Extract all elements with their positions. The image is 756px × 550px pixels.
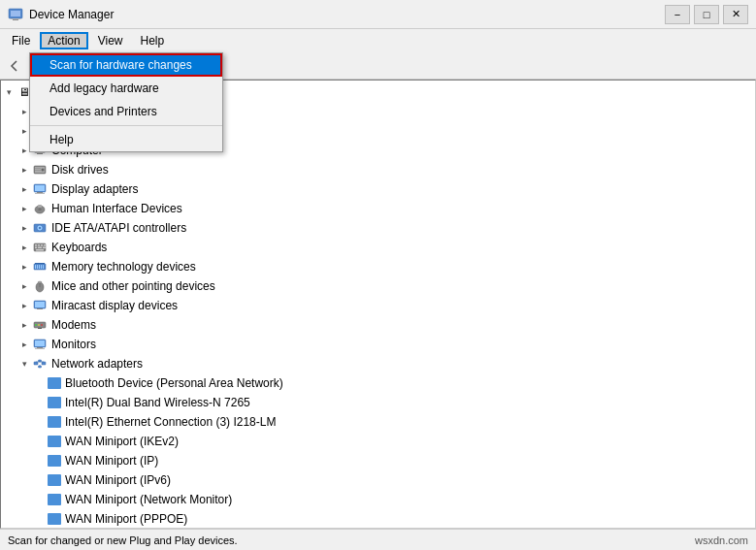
svg-rect-2	[13, 19, 18, 20]
mice-label: Mice and other pointing devices	[51, 279, 215, 293]
menu-help[interactable]: Help	[133, 32, 173, 49]
wan-pppoe-icon	[48, 513, 61, 525]
status-right: wsxdn.com	[695, 534, 748, 546]
window-controls[interactable]: − □ ✕	[665, 5, 748, 24]
close-button[interactable]: ✕	[723, 5, 748, 24]
miracast-arrow[interactable]	[16, 298, 32, 313]
svg-rect-47	[41, 265, 42, 269]
status-text: Scan for changed or new Plug and Play de…	[8, 534, 238, 546]
menu-file[interactable]: File	[4, 32, 38, 49]
svg-rect-60	[38, 328, 42, 329]
intel-wireless-label: Intel(R) Dual Band Wireless-N 7265	[65, 396, 250, 409]
svg-rect-38	[44, 244, 46, 246]
menu-devices-printers[interactable]: Devices and Printers	[30, 100, 222, 123]
svg-rect-26	[35, 193, 45, 194]
wan-ip-icon	[48, 455, 61, 467]
tree-item-disk-drives[interactable]: Disk drives	[1, 160, 755, 179]
wan-network-monitor-label: WAN Miniport (Network Monitor)	[65, 493, 232, 506]
network-icon	[32, 356, 48, 372]
monitors-icon	[32, 337, 48, 352]
title-bar-left: Device Manager	[8, 7, 114, 22]
monitors-label: Monitors	[51, 338, 96, 351]
ide-label: IDE ATA/ATAPI controllers	[51, 221, 186, 235]
tree-item-wan-ipv6[interactable]: WAN Miniport (IPv6)	[1, 470, 755, 490]
svg-rect-40	[38, 247, 42, 249]
svg-rect-64	[35, 348, 45, 349]
tree-item-wan-network-monitor[interactable]: WAN Miniport (Network Monitor)	[1, 490, 755, 509]
memory-icon	[32, 259, 48, 275]
tree-item-wan-pppoe[interactable]: WAN Miniport (PPPOE)	[1, 509, 755, 529]
keyboards-arrow[interactable]	[16, 240, 32, 255]
add-legacy-label: Add legacy hardware	[49, 81, 159, 95]
window-title: Device Manager	[29, 8, 114, 21]
disk-drives-icon	[32, 162, 48, 178]
tree-item-ide[interactable]: IDE ATA/ATAPI controllers	[1, 218, 755, 238]
svg-point-58	[38, 324, 40, 326]
ide-arrow[interactable]	[16, 220, 32, 236]
svg-rect-55	[37, 308, 43, 309]
svg-rect-44	[35, 265, 36, 269]
svg-rect-67	[42, 362, 46, 365]
tree-item-mice[interactable]: Mice and other pointing devices	[1, 276, 755, 296]
menu-view[interactable]: View	[90, 32, 131, 49]
monitors-arrow[interactable]	[16, 337, 32, 352]
tree-item-intel-wireless[interactable]: Intel(R) Dual Band Wireless-N 7265	[1, 393, 755, 412]
tree-item-miracast[interactable]: Miracast display devices	[1, 296, 755, 315]
minimize-button[interactable]: −	[665, 5, 690, 24]
wan-pppoe-label: WAN Miniport (PPPOE)	[65, 512, 187, 526]
svg-rect-49	[35, 263, 45, 264]
ide-icon	[32, 220, 48, 236]
tree-item-wan-ikev2[interactable]: WAN Miniport (IKEv2)	[1, 432, 755, 451]
tree-item-display-adapters[interactable]: Display adapters	[1, 179, 755, 199]
svg-rect-36	[38, 244, 40, 246]
menu-scan-hardware[interactable]: Scan for hardware changes	[30, 53, 222, 77]
tree-item-wan-ip[interactable]: WAN Miniport (IP)	[1, 451, 755, 470]
tree-item-hid[interactable]: Human Interface Devices	[1, 199, 755, 218]
toolbar-back[interactable]	[4, 55, 27, 77]
modems-icon	[32, 317, 48, 333]
keyboards-label: Keyboards	[51, 241, 107, 254]
disk-arrow[interactable]	[16, 162, 32, 178]
svg-rect-37	[41, 244, 43, 246]
mice-arrow[interactable]	[16, 278, 32, 294]
svg-point-52	[38, 281, 42, 283]
svg-rect-62	[35, 340, 45, 346]
svg-rect-21	[35, 168, 41, 169]
hid-arrow[interactable]	[16, 201, 32, 216]
wan-ikev2-label: WAN Miniport (IKEv2)	[65, 435, 179, 448]
restore-button[interactable]: □	[694, 5, 719, 24]
tree-item-keyboards[interactable]: Keyboards	[1, 238, 755, 257]
svg-rect-28	[38, 205, 42, 208]
tree-item-monitors[interactable]: Monitors	[1, 335, 755, 354]
svg-rect-42	[36, 249, 44, 251]
modems-arrow[interactable]	[16, 317, 32, 333]
tree-item-intel-ethernet[interactable]: Intel(R) Ethernet Connection (3) I218-LM	[1, 412, 755, 432]
action-dropdown-menu[interactable]: Scan for hardware changes Add legacy har…	[29, 52, 223, 152]
network-arrow[interactable]	[16, 356, 32, 372]
display-arrow[interactable]	[16, 181, 32, 197]
svg-rect-35	[35, 244, 37, 246]
tree-item-bluetooth-device[interactable]: Bluetooth Device (Personal Area Network)	[1, 373, 755, 393]
disk-drives-label: Disk drives	[51, 163, 109, 177]
help-label: Help	[49, 133, 74, 146]
tree-item-memory[interactable]: Memory technology devices	[1, 257, 755, 276]
svg-rect-39	[35, 247, 37, 249]
svg-rect-25	[37, 192, 43, 193]
tree-item-network-adapters[interactable]: Network adapters	[1, 354, 755, 373]
menu-help-item[interactable]: Help	[30, 128, 222, 151]
menu-add-legacy[interactable]: Add legacy hardware	[30, 77, 222, 100]
wan-ikev2-icon	[48, 436, 61, 447]
svg-rect-1	[11, 11, 20, 16]
scan-hardware-label: Scan for hardware changes	[49, 58, 192, 72]
menu-separator	[30, 125, 222, 126]
menu-action[interactable]: Action	[40, 32, 87, 49]
tree-item-modems[interactable]: Modems	[1, 315, 755, 335]
svg-rect-16	[37, 153, 43, 154]
svg-rect-24	[35, 185, 45, 191]
miracast-label: Miracast display devices	[51, 299, 178, 312]
svg-rect-70	[39, 366, 42, 368]
root-expand-arrow[interactable]	[1, 84, 16, 100]
svg-rect-65	[34, 362, 38, 365]
hid-icon	[32, 201, 48, 216]
memory-arrow[interactable]	[16, 259, 32, 275]
